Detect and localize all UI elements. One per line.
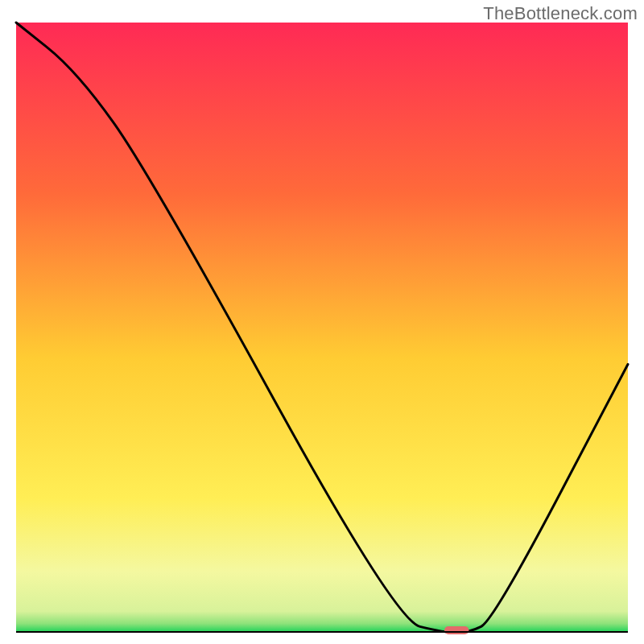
optimal-marker [444, 626, 469, 634]
chart-container: TheBottleneck.com [0, 0, 644, 644]
watermark-text: TheBottleneck.com [483, 3, 638, 24]
bottleneck-chart [0, 0, 644, 644]
